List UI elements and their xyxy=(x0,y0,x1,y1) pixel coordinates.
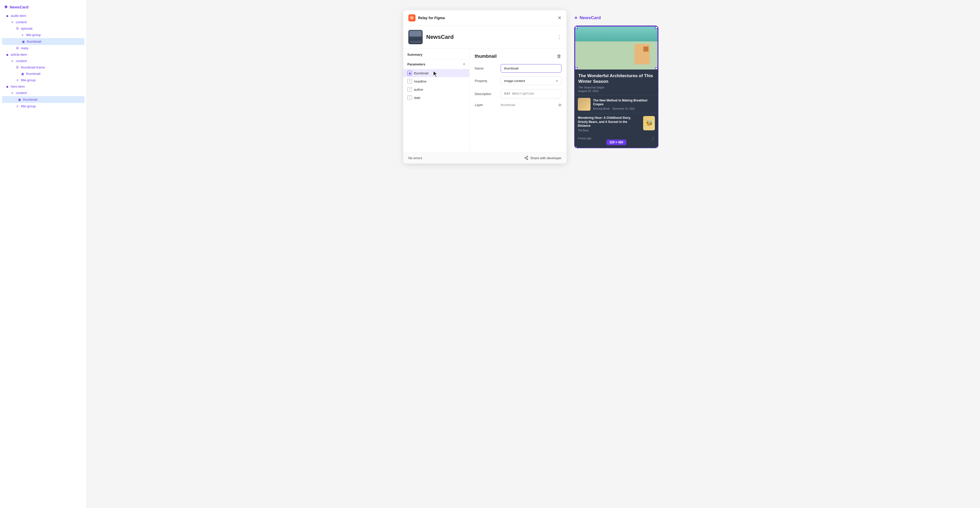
footer-menu[interactable]: ⋮ xyxy=(651,136,655,141)
preview-title-row: ❖ NewsCard xyxy=(574,15,659,21)
hero-title: The Wonderful Architectures of This Wint… xyxy=(578,73,654,84)
sidebar-item-title-group-3[interactable]: ≡ title-group xyxy=(0,103,86,109)
sidebar-label-content: content xyxy=(16,20,27,24)
crosshair-icon[interactable]: ⊕ xyxy=(558,102,562,107)
sidebar-label-audio-item: audio-item xyxy=(11,14,26,18)
diamond-icon-2: ◆ xyxy=(5,53,9,56)
resize-handle-tl[interactable] xyxy=(575,26,578,29)
sidebar-item-article-item[interactable]: ◆ article-item xyxy=(0,51,86,58)
sidebar-label-episode: episode xyxy=(21,27,33,30)
param-item-date[interactable]: T date xyxy=(403,94,469,102)
relay-logo xyxy=(408,14,415,21)
svg-point-2 xyxy=(525,157,526,158)
sidebar-item-episode[interactable]: ⦿ episode xyxy=(0,25,86,32)
sidebar-item-hero-item[interactable]: ◆ hero-item xyxy=(0,83,86,90)
param-item-author[interactable]: T author xyxy=(403,85,469,94)
summary-section: Summary xyxy=(403,53,469,59)
last-card: Wondering Hour: A Childhood Story, Grizz… xyxy=(575,113,658,135)
sidebar-label-title-group: title-group xyxy=(26,33,41,37)
diamond-icon: ◆ xyxy=(5,14,9,18)
last-thumb: 🐝 xyxy=(643,116,655,130)
panel-left: Summary Parameters + ▣ thumbnail xyxy=(403,48,469,152)
sidebar-label-thumbnail-1: thumbnail xyxy=(27,40,41,43)
sidebar-item-audio-item[interactable]: ◆ audio-item xyxy=(0,13,86,19)
hero-source: The Seasonal Sagas xyxy=(578,86,654,89)
hero-card xyxy=(575,26,658,70)
property-select[interactable]: image-content text-content xyxy=(501,77,562,85)
component-menu-button[interactable]: ⋮ xyxy=(557,34,562,40)
sidebar-item-meta[interactable]: ⦿ meta xyxy=(0,45,86,51)
small-content-1: The New Method to Making Breakfast Crepe… xyxy=(593,99,655,110)
sidebar-item-content-2[interactable]: ≡ content xyxy=(0,58,86,64)
lines-icon-5: ≡ xyxy=(10,91,14,95)
last-title: Wondering Hour: A Childhood Story, Grizz… xyxy=(578,116,641,128)
layer-field-row: Layer thumbnail ⊕ xyxy=(475,102,562,107)
resize-handle-bottom-right[interactable] xyxy=(655,147,658,148)
component-thumbnail xyxy=(408,30,423,44)
sidebar-item-content-3[interactable]: ≡ content xyxy=(0,90,86,96)
sidebar-item-title-group[interactable]: ≡ title-group xyxy=(0,32,86,38)
property-label: Property xyxy=(475,79,498,83)
sidebar-item-title-group-2[interactable]: ≡ title-group xyxy=(0,77,86,83)
layer-label: Layer xyxy=(475,103,498,107)
relay-app-title: Relay for Figma xyxy=(418,16,445,20)
preview-title: NewsCard xyxy=(579,15,601,21)
sidebar-label-meta: meta xyxy=(21,46,28,50)
sidebar-label-title-group-2: title-group xyxy=(21,78,36,82)
bars-icon-3: ⦿ xyxy=(15,65,19,69)
description-input[interactable] xyxy=(501,89,562,98)
lines-icon: ≡ xyxy=(10,21,14,24)
sidebar-item-content[interactable]: ≡ content xyxy=(0,19,86,25)
preview-grid-icon: ❖ xyxy=(574,16,578,20)
resize-handle-br[interactable] xyxy=(655,67,658,70)
parameters-label: Parameters xyxy=(407,62,425,66)
param-text-icon-author: T xyxy=(407,87,412,92)
hero-date: August 25, 2021 xyxy=(578,89,654,93)
sidebar-label-title-group-3: title-group xyxy=(21,104,36,108)
news-card-preview: The Wonderful Architectures of This Wint… xyxy=(574,26,659,148)
relay-header: Relay for Figma ✕ xyxy=(403,10,566,26)
property-field-row: Property image-content text-content xyxy=(475,77,562,85)
share-button[interactable]: Share with developer xyxy=(524,156,562,160)
description-field-row: Description xyxy=(475,89,562,98)
component-name: NewsCard xyxy=(426,34,454,40)
param-item-thumbnail[interactable]: ▣ thumbnail xyxy=(403,69,469,77)
sidebar-item-thumbnail-1[interactable]: ▣ thumbnail xyxy=(2,38,84,45)
sidebar-item-thumbnail-frame[interactable]: ⦿ thumbnail-frame xyxy=(0,64,86,70)
grid-icon: ❖ xyxy=(4,5,8,10)
param-text-icon-date: T xyxy=(407,95,412,100)
size-badge: 329 × 480 xyxy=(606,139,626,145)
close-button[interactable]: ✕ xyxy=(558,16,562,20)
parameters-section: Parameters + xyxy=(403,62,469,69)
status-text: No errors xyxy=(408,156,422,160)
param-label-thumbnail: thumbnail xyxy=(414,71,428,75)
svg-line-4 xyxy=(526,157,527,158)
sidebar-item-thumbnail-3[interactable]: ▣ thumbnail xyxy=(2,96,84,103)
small-title-1: The New Method to Making Breakfast Crepe… xyxy=(593,99,655,107)
delete-button[interactable]: 🗑 xyxy=(557,54,562,59)
resize-handle-bottom-left[interactable] xyxy=(574,147,577,148)
last-content: Wondering Hour: A Childhood Story, Grizz… xyxy=(578,116,641,133)
hero-image-bg xyxy=(575,42,657,70)
main-content: Relay for Figma ✕ NewsCard ⋮ Summary xyxy=(87,0,980,508)
summary-label: Summary xyxy=(407,53,422,56)
lines-icon-6: ≡ xyxy=(15,104,19,108)
param-label-headline: headline xyxy=(414,80,426,83)
param-label-date: date xyxy=(414,96,420,100)
sidebar-label-thumbnail-2: thumbnail xyxy=(26,72,40,76)
svg-point-3 xyxy=(527,159,528,160)
bars-icon-2: ⦿ xyxy=(15,46,19,50)
resize-handle-tr[interactable] xyxy=(655,26,658,29)
param-item-headline[interactable]: T headline xyxy=(403,77,469,85)
share-label: Share with developer xyxy=(530,156,562,160)
lines-icon-3: ≡ xyxy=(10,59,14,63)
add-parameter-button[interactable]: + xyxy=(463,62,465,66)
resize-handle-bl[interactable] xyxy=(575,67,578,70)
name-input[interactable] xyxy=(501,64,562,73)
detail-header: thumbnail 🗑 xyxy=(475,54,562,59)
lines-icon-4: ≡ xyxy=(15,78,19,82)
img-icon-1: ▣ xyxy=(21,40,25,43)
relay-header-left: Relay for Figma xyxy=(408,14,445,21)
sidebar-root[interactable]: ❖ NewsCard xyxy=(0,0,86,13)
sidebar-item-thumbnail-2[interactable]: ▣ thumbnail xyxy=(0,70,86,77)
